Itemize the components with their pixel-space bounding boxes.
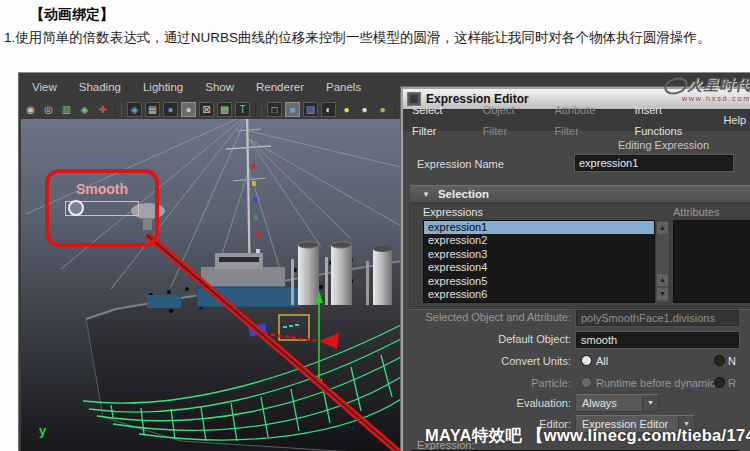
expressions-list: expression1expression2expression3express… [423, 220, 655, 303]
viewport-menu-shading[interactable]: Shading [68, 81, 132, 93]
selected-object-label: Selected Object and Attribute: [403, 311, 571, 323]
smooth-cube-icon[interactable]: ■ [285, 102, 300, 117]
hxsd-watermark: 火星时代 www.hxsd.com [641, 77, 750, 102]
camera-attributes-icon[interactable]: ◎ [41, 102, 56, 117]
smooth-callout: Smooth [45, 169, 159, 247]
editor-menu-attribute-filter: Attribute Filter [545, 100, 625, 142]
checker-sphere-icon[interactable]: ◐ [321, 102, 336, 117]
expressions-scrollbar[interactable]: ▲ ▲ ▼ [655, 220, 670, 303]
viewport-menu-lighting[interactable]: Lighting [132, 81, 194, 93]
texture-icon[interactable]: T [235, 102, 250, 117]
linecg-watermark: MAYA特效吧 【www.linecg.com/tieba/1745】 [425, 425, 750, 447]
toolbar-separator [115, 103, 122, 117]
smooth-slider-drawing [65, 201, 139, 216]
doc-paragraph: 1.使用简单的倍数表达式，通过NURBS曲线的位移来控制一些模型的圆滑，这样能让… [4, 29, 711, 47]
convert-units-none-label: N [728, 355, 736, 367]
default-object-label: Default Object: [403, 333, 571, 345]
expression-editor-menubar: Select FilterObject FilterAttribute Filt… [403, 109, 750, 131]
expression-list-item[interactable]: expression5 [424, 275, 654, 288]
scroll-up2-icon[interactable]: ▲ [656, 273, 669, 287]
convert-units-all-label: All [596, 355, 608, 367]
editing-expression-label: Editing Expression [618, 139, 709, 151]
panel-layout-icon[interactable]: ▥ [59, 102, 74, 117]
hxsd-logo-text: 火星时代 [687, 76, 750, 93]
expression-list-item[interactable]: expression1 [424, 221, 654, 234]
doc-heading: 【动画绑定】 [30, 6, 114, 24]
flat-sphere-icon[interactable]: ● [181, 102, 196, 117]
expression-name-label: Expression Name [417, 158, 504, 170]
convert-units-none-radio[interactable] [714, 355, 725, 366]
selection-section-header[interactable]: ▼ Selection [409, 185, 750, 203]
expression-list-item[interactable]: expression2 [424, 234, 654, 247]
viewport-menu-show[interactable]: Show [194, 81, 245, 93]
viewport-menu-panels[interactable]: Panels [315, 81, 372, 93]
ship-funnels [298, 242, 392, 305]
shaded-sphere-icon[interactable]: ● [163, 102, 178, 117]
wire-cube-icon[interactable]: □ [267, 102, 282, 117]
chevron-down-icon[interactable]: ▼ [642, 395, 658, 411]
camera-icon[interactable]: ◉ [23, 102, 38, 117]
expression-list-item[interactable]: expression4 [424, 261, 654, 274]
white-light-icon[interactable]: ● [357, 102, 372, 117]
scroll-down-icon[interactable]: ▼ [656, 287, 669, 301]
editor-menu-select-filter[interactable]: Select Filter [403, 100, 474, 142]
default-object-field[interactable]: smooth [576, 332, 739, 348]
grid-plane-icon[interactable]: ◈ [77, 102, 92, 117]
gold-light-icon[interactable]: ● [375, 102, 390, 117]
convert-units-label: Convert Units: [403, 355, 571, 367]
evaluation-value: Always [582, 397, 617, 409]
expressions-column-label: Expressions [423, 206, 483, 218]
film-gate-icon[interactable]: ▦ [145, 102, 160, 117]
attributes-list [673, 220, 750, 303]
editor-menu-insert-functions[interactable]: Insert Functions [625, 100, 714, 142]
maya-screenshot: ViewShadingLightingShowRendererPanels ◉◎… [18, 72, 750, 451]
smooth-slider-knob [68, 200, 84, 216]
expression-list-item[interactable]: expression3 [424, 248, 654, 261]
selection-section-label: Selection [438, 188, 489, 200]
expression-editor-window: Expression Editor Select FilterObject Fi… [401, 87, 750, 451]
evaluation-label: Evaluation: [403, 397, 571, 409]
viewport-menu-view[interactable]: View [21, 81, 68, 93]
convert-units-all-radio[interactable] [581, 355, 592, 366]
expression-list-item[interactable]: expression6 [424, 288, 654, 301]
attributes-column-label: Attributes [673, 206, 719, 218]
particle-runtime-after-radio [714, 377, 725, 388]
y-axis-label: y [39, 423, 47, 438]
editor-menu-object-filter: Object Filter [474, 100, 546, 142]
particle-runtime-before-radio [581, 377, 592, 388]
toolbar-separator [255, 103, 262, 117]
textured-cube-icon[interactable]: ▨ [303, 102, 318, 117]
particle-runtime-before-label: Runtime before dynamics [596, 377, 721, 389]
points-icon[interactable]: ▩ [217, 102, 232, 117]
editor-menu-help[interactable]: Help [714, 110, 750, 131]
collapse-triangle-icon: ▼ [422, 190, 430, 199]
evaluation-dropdown[interactable]: Always ▼ [575, 394, 659, 412]
expression-name-input[interactable] [575, 155, 733, 171]
wireframe-icon[interactable]: ◈ [127, 102, 142, 117]
viewport-toolbar: ◉◎▥◈✚◈▦●●⊠▩T□■▨◐●●●▧ [23, 100, 422, 119]
scroll-up-icon[interactable]: ▲ [656, 221, 669, 235]
particle-label: Particle: [403, 377, 571, 389]
yellow-light-icon[interactable]: ● [339, 102, 354, 117]
smooth-callout-label: Smooth [49, 181, 155, 197]
snap-icon[interactable]: ✚ [95, 102, 110, 117]
selected-object-field[interactable]: polySmoothFace1.divisions [576, 310, 739, 326]
particle-runtime-after-label: R [728, 377, 736, 389]
viewport-menu-renderer[interactable]: Renderer [245, 81, 315, 93]
bounding-box-icon[interactable]: ⊠ [199, 102, 214, 117]
hxsd-logo-url: www.hxsd.com [641, 95, 750, 103]
